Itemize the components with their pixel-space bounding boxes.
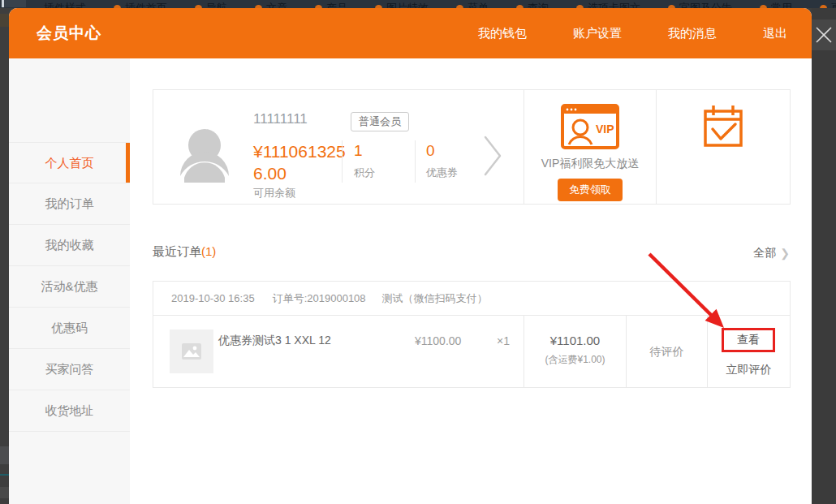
order-product-cell: 优惠券测试3 1 XXL 12 ¥1100.00 ×1 (153, 316, 524, 388)
coupons-value: 0 (426, 142, 458, 160)
order-datetime: 2019-10-30 16:35 (171, 292, 255, 304)
order-number: 订单号:2019000108 (273, 291, 366, 306)
order-status: 待评价 (650, 345, 684, 360)
points-label: 积分 (354, 166, 375, 180)
bg-nav-label: 选项卡图文 (588, 1, 640, 8)
sidebar-item-favorites[interactable]: 我的收藏 (9, 225, 130, 266)
calendar-check-icon (702, 103, 744, 150)
order-pay-method: 测试（微信扫码支付） (382, 291, 488, 306)
recent-orders-title: 最近订单(1) (153, 244, 216, 260)
bg-nav-label: 产品 (326, 1, 347, 8)
vip-promo-text: VIP福利限免大放送 (524, 157, 656, 171)
view-all-label: 全部 (753, 246, 776, 261)
free-claim-button[interactable]: 免费领取 (558, 179, 623, 201)
sidebar-item-orders[interactable]: 我的订单 (9, 183, 130, 225)
order-total: ¥1101.00 (524, 334, 626, 347)
divider (415, 140, 416, 183)
member-center-modal: 会员中心 我的钱包 账户设置 我的消息 退出 个人首页 我的订单 我的收藏 活动… (9, 8, 812, 504)
bg-nav-label: 查询 (528, 1, 549, 8)
order-amount-cell: ¥1101.00 (含运费¥1.00) (524, 316, 626, 388)
recent-orders-label: 最近订单 (153, 244, 201, 258)
order-actions-cell: 查看 立即评价 (707, 316, 790, 388)
main-content: 11111111 普通会员 ¥1110613256.00 可用余额 1 积分 0… (130, 58, 812, 504)
svg-text:VIP: VIP (596, 123, 614, 136)
user-info-card: 11111111 普通会员 ¥1110613256.00 可用余额 1 积分 0… (153, 89, 791, 205)
order-item-row: 优惠券测试3 1 XXL 12 ¥1100.00 ×1 ¥1101.00 (含运… (153, 316, 790, 388)
sidebar-item-shipping-address[interactable]: 收货地址 (9, 390, 130, 432)
sidebar-item-label: 收货地址 (45, 403, 94, 417)
modal-header: 会员中心 我的钱包 账户设置 我的消息 退出 (9, 8, 812, 58)
nav-my-messages[interactable]: 我的消息 (668, 26, 717, 41)
sidebar-item-label: 优惠码 (51, 321, 88, 334)
bg-nav-label: 插件样式 (44, 1, 86, 8)
product-qty: ×1 (497, 334, 510, 347)
nav-account-settings[interactable]: 账户设置 (573, 26, 622, 41)
bg-nav-label: 更多 (831, 1, 836, 8)
bg-nav-label: 插件首页 (125, 1, 167, 8)
bg-nav-label: 导航 (206, 1, 227, 8)
sidebar-item-home[interactable]: 个人首页 (9, 142, 130, 183)
backdrop-fragment (0, 487, 9, 498)
chevron-right-icon: ❯ (780, 247, 790, 260)
sidebar-item-label: 个人首页 (45, 156, 94, 170)
sidebar-item-label: 我的订单 (45, 196, 94, 210)
sidebar: 个人首页 我的订单 我的收藏 活动&优惠 优惠码 买家问答 收货地址 (9, 58, 130, 504)
order-header-row: 2019-10-30 16:35 订单号:2019000108 测试（微信扫码支… (153, 282, 790, 316)
bg-nav-label: 文章 (266, 1, 287, 8)
review-now-button[interactable]: 立即评价 (708, 363, 790, 377)
backdrop-fragment (0, 14, 9, 27)
bg-nav-label: 菜单 (468, 1, 489, 8)
coupons-label: 优惠券 (426, 166, 458, 180)
points-value: 1 (354, 142, 375, 160)
coupons-stat: 0 优惠券 (426, 142, 458, 180)
sidebar-item-label: 活动&优惠 (41, 279, 97, 293)
profile-section[interactable]: 11111111 普通会员 ¥1110613256.00 可用余额 1 积分 0… (153, 90, 524, 204)
balance-value: ¥1110613256.00 (253, 140, 349, 185)
product-name[interactable]: 优惠券测试3 1 XXL 12 (218, 334, 331, 348)
sidebar-item-buyer-qa[interactable]: 买家问答 (9, 349, 130, 390)
avatar (178, 127, 231, 183)
image-placeholder-icon (181, 342, 202, 360)
divider (342, 140, 343, 183)
member-level-badge: 普通会员 (351, 112, 409, 131)
background-logo-fragment (2, 0, 26, 7)
bg-nav-label: 宫图及公告 (679, 1, 732, 8)
recent-orders-count: (1) (201, 244, 216, 258)
view-all-link[interactable]: 全部 ❯ (753, 246, 790, 261)
balance-label: 可用余额 (253, 186, 295, 200)
sidebar-item-promotions[interactable]: 活动&优惠 (9, 266, 130, 308)
backdrop-fragment (0, 446, 9, 464)
username: 11111111 (253, 111, 308, 127)
calendar-section[interactable] (656, 90, 790, 204)
backdrop-left-strip (0, 8, 9, 504)
order-status-cell: 待评价 (626, 316, 707, 388)
vip-window-icon: VIP (561, 104, 619, 149)
nav-logout[interactable]: 退出 (763, 26, 787, 41)
sidebar-item-coupon-code[interactable]: 优惠码 (9, 308, 130, 349)
chevron-right-icon[interactable] (483, 135, 502, 177)
sidebar-item-label: 买家问答 (45, 362, 94, 376)
points-stat: 1 积分 (354, 142, 375, 180)
bg-nav-label: 图片特效 (386, 1, 429, 8)
page-title: 会员中心 (37, 23, 101, 44)
backdrop-fragment (0, 474, 9, 476)
sidebar-item-label: 我的收藏 (45, 238, 94, 252)
vip-promo-section: VIP VIP福利限免大放送 免费领取 (524, 90, 656, 204)
product-image-placeholder[interactable] (170, 330, 213, 373)
view-order-button[interactable]: 查看 (722, 328, 775, 352)
header-nav: 我的钱包 账户设置 我的消息 退出 (432, 26, 812, 41)
backdrop-right-strip (812, 8, 836, 504)
order-card: 2019-10-30 16:35 订单号:2019000108 测试（微信扫码支… (153, 281, 791, 388)
shipping-fee-note: (含运费¥1.00) (524, 353, 626, 367)
close-button[interactable] (812, 19, 836, 50)
nav-my-wallet[interactable]: 我的钱包 (478, 26, 527, 41)
close-icon (814, 25, 834, 45)
product-price: ¥1100.00 (415, 334, 461, 347)
background-page-navbar: 插件样式 插件首页 导航 文章 产品 图片特效 菜单 查询 选项卡图文 宫图及公… (0, 0, 836, 8)
bg-nav-label: 常用 (771, 1, 792, 8)
